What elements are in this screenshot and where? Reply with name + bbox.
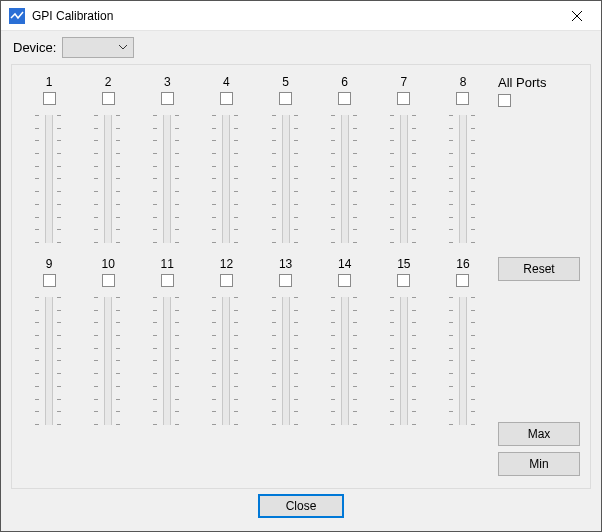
port-meter-8 (449, 115, 477, 243)
port-meter-3 (153, 115, 181, 243)
port-label: 1 (46, 75, 53, 89)
port-checkbox-16[interactable] (456, 274, 469, 287)
port-checkbox-13[interactable] (279, 274, 292, 287)
close-icon (572, 11, 582, 21)
port-6: 6 (320, 75, 370, 243)
port-meter-2 (94, 115, 122, 243)
ports-area: 1 2 3 4 5 6 7 8 9 10 11 12 13 14 15 (18, 75, 494, 482)
port-15: 15 (379, 257, 429, 425)
port-label: 4 (223, 75, 230, 89)
port-checkbox-3[interactable] (161, 92, 174, 105)
client-area: Device: 1 2 3 4 5 6 7 8 9 10 (1, 31, 601, 531)
port-row-2: 9 10 11 12 13 14 15 16 (24, 257, 488, 425)
port-2: 2 (83, 75, 133, 243)
reset-button[interactable]: Reset (498, 257, 580, 281)
port-checkbox-14[interactable] (338, 274, 351, 287)
device-row: Device: (11, 37, 591, 58)
port-13: 13 (261, 257, 311, 425)
port-label: 5 (282, 75, 289, 89)
port-5: 5 (261, 75, 311, 243)
port-checkbox-12[interactable] (220, 274, 233, 287)
port-label: 11 (161, 257, 174, 271)
port-meter-1 (35, 115, 63, 243)
port-meter-7 (390, 115, 418, 243)
port-8: 8 (438, 75, 488, 243)
port-checkbox-8[interactable] (456, 92, 469, 105)
port-meter-4 (212, 115, 240, 243)
port-11: 11 (142, 257, 192, 425)
port-1: 1 (24, 75, 74, 243)
port-label: 6 (341, 75, 348, 89)
window-title: GPI Calibration (32, 9, 557, 23)
port-4: 4 (201, 75, 251, 243)
port-meter-5 (272, 115, 300, 243)
app-icon (9, 8, 25, 24)
side-panel: All Ports Reset Max Min (494, 75, 584, 482)
port-label: 14 (338, 257, 351, 271)
port-14: 14 (320, 257, 370, 425)
port-label: 12 (220, 257, 233, 271)
calibration-groupbox: 1 2 3 4 5 6 7 8 9 10 11 12 13 14 15 (11, 64, 591, 489)
dialog-window: GPI Calibration Device: 1 2 3 4 5 6 7 (0, 0, 602, 532)
window-close-button[interactable] (557, 2, 597, 30)
port-3: 3 (142, 75, 192, 243)
port-checkbox-11[interactable] (161, 274, 174, 287)
chevron-down-icon (119, 45, 127, 50)
all-ports-checkbox[interactable] (498, 94, 511, 107)
port-12: 12 (201, 257, 251, 425)
port-checkbox-9[interactable] (43, 274, 56, 287)
port-row-1: 1 2 3 4 5 6 7 8 (24, 75, 488, 243)
bottom-bar: Close (11, 489, 591, 523)
port-checkbox-5[interactable] (279, 92, 292, 105)
port-meter-16 (449, 297, 477, 425)
titlebar: GPI Calibration (1, 1, 601, 31)
port-label: 10 (101, 257, 114, 271)
port-checkbox-10[interactable] (102, 274, 115, 287)
port-checkbox-6[interactable] (338, 92, 351, 105)
close-button[interactable]: Close (258, 494, 344, 518)
port-meter-12 (212, 297, 240, 425)
port-label: 7 (401, 75, 408, 89)
port-checkbox-1[interactable] (43, 92, 56, 105)
port-label: 13 (279, 257, 292, 271)
port-meter-6 (331, 115, 359, 243)
min-button[interactable]: Min (498, 452, 580, 476)
port-label: 3 (164, 75, 171, 89)
port-meter-10 (94, 297, 122, 425)
port-checkbox-7[interactable] (397, 92, 410, 105)
port-checkbox-4[interactable] (220, 92, 233, 105)
port-label: 9 (46, 257, 53, 271)
port-10: 10 (83, 257, 133, 425)
port-label: 15 (397, 257, 410, 271)
all-ports-label: All Ports (498, 75, 580, 90)
port-label: 16 (456, 257, 469, 271)
device-label: Device: (13, 40, 56, 55)
port-label: 8 (460, 75, 467, 89)
port-meter-9 (35, 297, 63, 425)
port-16: 16 (438, 257, 488, 425)
max-button[interactable]: Max (498, 422, 580, 446)
port-meter-11 (153, 297, 181, 425)
port-label: 2 (105, 75, 112, 89)
port-9: 9 (24, 257, 74, 425)
device-select[interactable] (62, 37, 134, 58)
port-checkbox-15[interactable] (397, 274, 410, 287)
port-checkbox-2[interactable] (102, 92, 115, 105)
port-meter-13 (272, 297, 300, 425)
port-meter-14 (331, 297, 359, 425)
port-7: 7 (379, 75, 429, 243)
port-meter-15 (390, 297, 418, 425)
